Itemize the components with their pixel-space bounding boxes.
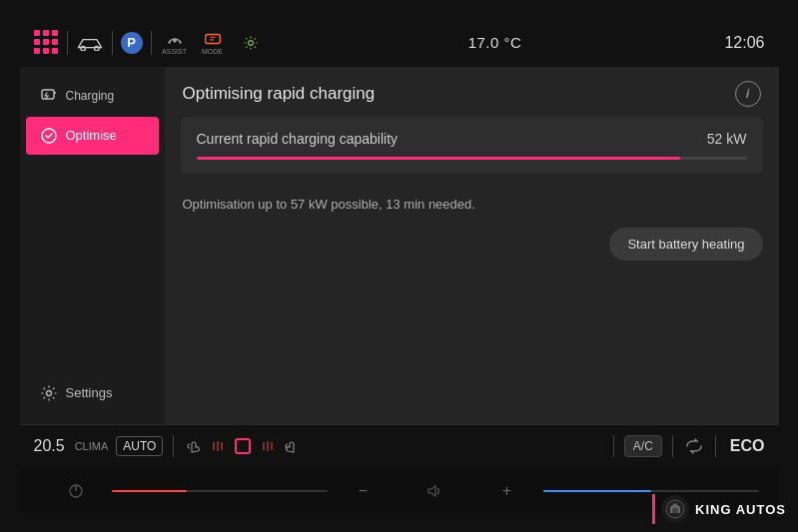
svg-point-2 [173, 39, 177, 43]
svg-point-4 [179, 41, 181, 43]
svg-point-10 [46, 390, 51, 395]
top-bar: P ASSIST [20, 19, 779, 67]
content-panel: Optimising rapid charging i Current rapi… [165, 67, 779, 424]
climate-bar: 20.5 CLIMA AUTO [20, 424, 779, 468]
eco-label: ECO [730, 437, 765, 455]
heat-lines-left [210, 436, 226, 456]
settings-icon[interactable] [236, 31, 266, 55]
auto-label[interactable]: AUTO [116, 436, 163, 456]
climate-temp: 20.5 [34, 437, 65, 455]
charging-icon [40, 87, 58, 105]
sidebar-item-settings-label: Settings [66, 385, 113, 400]
svg-point-3 [168, 41, 170, 43]
top-bar-center: 17.0 °C [468, 34, 522, 51]
volume-slider-right[interactable] [543, 490, 759, 492]
divider2 [112, 31, 113, 55]
content-header: Optimising rapid charging i [165, 67, 779, 117]
svg-rect-14 [236, 439, 250, 453]
watermark: KING AUTOS [652, 494, 786, 524]
sidebar-item-optimise-label: Optimise [66, 128, 117, 143]
sidebar-item-optimise[interactable]: Optimise [26, 117, 159, 155]
assist-icon[interactable]: ASSIST [160, 31, 190, 55]
temperature-display: 17.0 °C [468, 34, 522, 51]
climate-divider1 [173, 435, 174, 457]
climate-divider4 [715, 435, 716, 457]
svg-point-6 [248, 40, 253, 45]
minus-button[interactable]: − [328, 482, 399, 500]
watermark-bar [652, 494, 655, 524]
charging-label: Charging [66, 89, 115, 103]
sidebar-spacer [20, 159, 165, 370]
charging-capability-label: Current rapid charging capability [197, 131, 399, 147]
optimisation-text: Optimisation up to 57 kW possible, 13 mi… [165, 186, 779, 228]
sidebar-item-settings[interactable]: Settings [26, 374, 159, 412]
svg-rect-7 [42, 90, 54, 99]
parking-badge: P [121, 32, 143, 54]
volume-slider-left[interactable] [112, 490, 328, 492]
time-display: 12:06 [724, 34, 764, 52]
charging-progress-fill [197, 157, 681, 160]
climate-divider3 [672, 435, 673, 457]
fan-left-icon[interactable] [184, 436, 204, 456]
start-battery-heating-button[interactable]: Start battery heating [609, 228, 762, 261]
climate-divider2 [613, 435, 614, 457]
start-btn-container: Start battery heating [165, 228, 779, 276]
sidebar-charging-item: Charging [26, 79, 159, 113]
assist-label: ASSIST [162, 48, 187, 55]
grid-icon[interactable] [34, 30, 59, 55]
screen: P ASSIST [20, 19, 779, 468]
watermark-text: KING AUTOS [695, 502, 786, 517]
main-content: Charging Optimise [20, 67, 779, 424]
volume-icon [399, 484, 471, 498]
optimise-icon [40, 127, 58, 145]
ac-button[interactable]: A/C [624, 435, 662, 457]
parking-icon[interactable]: P [121, 32, 143, 54]
charging-card: Current rapid charging capability 52 kW [181, 117, 763, 174]
phone-icon[interactable] [282, 436, 302, 456]
heat-lines-right [260, 436, 276, 456]
stop-icon[interactable] [232, 435, 254, 457]
recirculation-icon[interactable] [683, 437, 705, 455]
top-bar-left: P ASSIST [34, 30, 266, 55]
car-icon[interactable] [76, 35, 104, 51]
content-title: Optimising rapid charging [183, 84, 376, 104]
plus-button[interactable]: + [471, 482, 543, 500]
info-button[interactable]: i [735, 81, 761, 107]
divider3 [151, 31, 152, 55]
settings-gear-icon [40, 384, 58, 402]
outer-bezel: P ASSIST [0, 0, 798, 532]
charging-capability-value: 52 kW [707, 131, 747, 147]
mode-label: MODE [202, 48, 223, 55]
charging-progress-bar [197, 157, 747, 160]
svg-rect-5 [205, 34, 220, 43]
power-button[interactable] [40, 483, 112, 499]
divider [67, 31, 68, 55]
mode-icon[interactable]: MODE [198, 31, 228, 55]
sidebar: Charging Optimise [20, 67, 165, 424]
charging-card-row: Current rapid charging capability 52 kW [197, 131, 747, 147]
watermark-logo [661, 495, 689, 523]
clima-label: CLIMA [75, 440, 109, 452]
